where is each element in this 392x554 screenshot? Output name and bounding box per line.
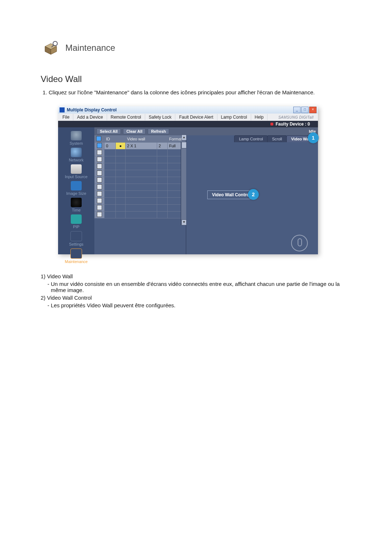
sidebar-item-image-size[interactable]: Image Size (58, 181, 94, 196)
menu-fault-device-alert[interactable]: Fault Device Alert (175, 114, 217, 120)
pip-icon (71, 214, 82, 224)
table-scrollbar[interactable]: ▲ ▼ (181, 142, 186, 225)
table-row[interactable]: 0 ● 2 X 1 2 Full (95, 143, 186, 149)
maximize-button[interactable]: □ (301, 107, 309, 113)
menu-remote-control[interactable]: Remote Control (107, 114, 145, 120)
cell-id: 0 (105, 143, 116, 149)
content-toolbar: Select All Clear All Refresh Idle (94, 127, 318, 135)
system-icon (71, 131, 82, 140)
sidebar-label-system: System (70, 141, 83, 145)
minimize-button[interactable]: _ (293, 107, 301, 113)
sidebar-label-time: Time (72, 208, 81, 212)
instruction-1: Cliquez sur l'icône "Maintenance" dans l… (49, 89, 392, 95)
sidebar-item-input-source[interactable]: Input Source (58, 164, 94, 179)
sidebar-item-network[interactable]: Network (58, 148, 94, 162)
time-icon (71, 198, 82, 207)
sidebar-label-pip: PIP (73, 225, 79, 229)
refresh-button[interactable]: Refresh (148, 128, 169, 134)
network-icon (71, 148, 82, 157)
watermark-icon (291, 235, 308, 251)
clear-all-button[interactable]: Clear All (123, 128, 146, 134)
col-video-wall: Video wall (126, 136, 157, 143)
sidebar-item-time[interactable]: Time (58, 198, 94, 212)
device-table: ID Video wall Format 0 ● 2 X 1 (94, 135, 186, 218)
close-button[interactable]: × (309, 107, 317, 113)
menubar: File Add a Device Remote Control Safety … (58, 114, 318, 121)
window-title: Multiple Display Control (67, 107, 293, 112)
sidebar-label-maintenance: Maintenance (65, 259, 88, 264)
cell-n: 2 (157, 143, 168, 149)
sidebar: System Network Input Source Image Size T… (58, 127, 94, 254)
sidebar-label-input-source: Input Source (65, 175, 87, 179)
detail-pane: Lamp Control Scroll Video Wall 1 Video W… (186, 135, 318, 254)
cell-video-wall: 2 X 1 (126, 143, 157, 149)
legend-2-body: Les propriétés Video Wall peuvent être c… (51, 302, 351, 308)
device-table-pane: ID Video wall Format 0 ● 2 X 1 (94, 135, 186, 254)
fault-indicator-icon (270, 123, 273, 126)
sidebar-item-maintenance[interactable]: Maintenance (58, 249, 94, 264)
sidebar-item-settings[interactable]: Settings (58, 231, 94, 246)
col-checkbox[interactable] (95, 136, 105, 143)
menu-add-device[interactable]: Add a Device (73, 114, 107, 120)
maintenance-icon (43, 40, 59, 56)
image-size-icon (71, 181, 82, 190)
cell-status: ● (116, 143, 126, 149)
sidebar-label-network: Network (69, 158, 83, 162)
brand-label: SAMSUNG DIGITall (275, 115, 317, 120)
legend-2-title: 2) Video Wall Control (41, 295, 351, 301)
app-icon (60, 107, 65, 112)
col-n (157, 136, 168, 143)
scroll-up-icon[interactable]: ▲ (181, 135, 187, 140)
maintenance-icon-sidebar (70, 249, 82, 259)
sidebar-item-system[interactable]: System (58, 131, 94, 145)
sidebar-label-settings: Settings (69, 242, 83, 246)
page-heading: Maintenance (65, 43, 115, 53)
legend-1-title: 1) Video Wall (41, 273, 351, 279)
app-screenshot: Multiple Display Control _ □ × File Add … (58, 106, 318, 254)
menu-lamp-control[interactable]: Lamp Control (217, 114, 251, 120)
sidebar-item-pip[interactable]: PIP (58, 214, 94, 229)
callout-2: 2 (248, 189, 259, 200)
faulty-device-bar: Faulty Device : 0 (58, 121, 318, 127)
sidebar-label-image-size: Image Size (66, 191, 86, 196)
col-id: ID (105, 136, 116, 143)
scroll-down-icon[interactable]: ▼ (181, 219, 187, 225)
section-title: Video Wall (41, 74, 392, 84)
select-all-button[interactable]: Select All (97, 128, 121, 134)
menu-safety-lock[interactable]: Safety Lock (145, 114, 176, 120)
faulty-device-count: Faulty Device : 0 (275, 122, 310, 127)
menu-file[interactable]: File (59, 114, 73, 120)
row-checkbox[interactable] (97, 143, 102, 148)
window-titlebar: Multiple Display Control _ □ × (58, 106, 318, 114)
subtab-lamp-control[interactable]: Lamp Control (234, 135, 268, 142)
settings-icon (70, 231, 82, 241)
menu-help[interactable]: Help (251, 114, 268, 120)
legend-1-body: Un mur vidéo consiste en un ensemble d'é… (51, 281, 351, 293)
subtab-scroll[interactable]: Scroll (267, 135, 287, 142)
col-status-icon (116, 136, 126, 143)
callout-1: 1 (308, 132, 319, 143)
input-source-icon (71, 164, 82, 174)
legend: 1) Video Wall Un mur vidéo consiste en u… (41, 273, 351, 308)
scroll-thumb[interactable] (181, 142, 187, 148)
